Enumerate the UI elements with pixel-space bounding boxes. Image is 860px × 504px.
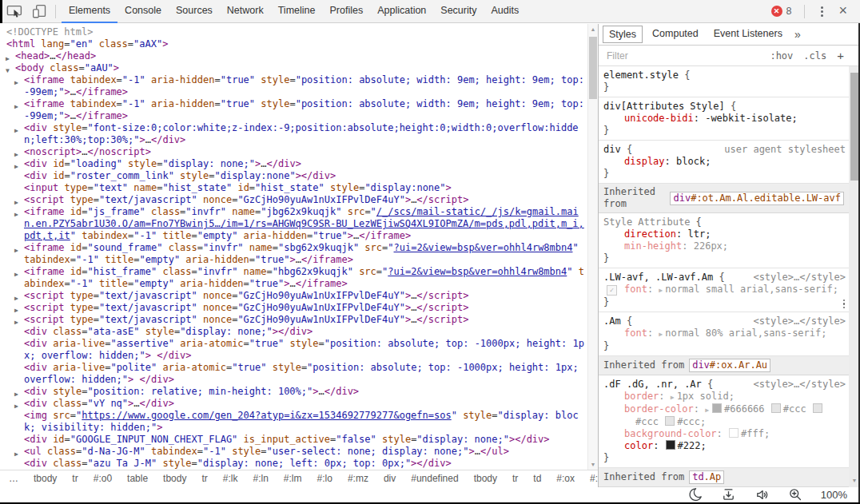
tab-console[interactable]: Console [117,0,169,23]
rule-selector[interactable]: .LW-avf, .LW-avf.Am { [603,272,725,283]
css-property[interactable]: border-color: ▶#666666 #ccc #ccc #ccc; [603,403,846,428]
dom-node-line[interactable]: <div aria-live="polite" aria-atomic="tru… [0,362,586,386]
more-options-icon[interactable] [810,6,834,17]
sidebar-tab-styles[interactable]: Styles [603,26,643,43]
breadcrumb-item[interactable]: tbody [158,471,191,486]
color-swatch-icon[interactable] [813,403,822,413]
tab-security[interactable]: Security [433,0,484,23]
attribute-link[interactable]: https://www.google.com/gen_204?atyp=i&zx… [82,410,451,421]
rule-selector[interactable]: element.style { [603,69,690,81]
scroll-up-icon[interactable]: ▲ [588,24,598,34]
dom-node-line[interactable]: ▶<iframe id="sound_frame" class="invfr" … [0,242,586,266]
rule-origin-link[interactable]: <style>…</style> [753,272,846,284]
tab-application[interactable]: Application [370,0,433,23]
rule-selector[interactable]: .Am { [603,315,632,327]
dom-node-line[interactable]: ▼<body class="aAU"> [0,62,586,74]
tab-audits[interactable]: Audits [484,0,526,23]
expand-arrow-icon[interactable]: ▶ [14,77,18,89]
dom-node-line[interactable]: <input type="text" name="hist_state" id=… [0,182,586,194]
expand-value-arrow-icon[interactable]: ▶ [659,331,663,338]
tab-profiles[interactable]: Profiles [322,0,370,23]
breadcrumb-item[interactable]: tr [197,471,212,486]
new-style-rule-button[interactable]: + [837,49,844,62]
rule-menu-icon[interactable] [843,300,846,309]
styles-filter-input[interactable] [605,50,770,62]
css-property[interactable]: font: ▶normal 80% arial,sans-serif; [603,327,846,340]
property-checkbox[interactable]: ✓ [607,285,617,296]
elements-scrollbar[interactable]: ▲ ▼ [587,24,598,470]
zoom-level[interactable]: 100% [821,489,847,501]
dom-node-line[interactable]: ▶<iframe tabindex="-1" aria-hidden="true… [0,98,586,122]
dom-node-line[interactable]: <div id="GOOGLE_INPUT_NON_CHEXT_FLAG" is… [0,434,586,446]
breadcrumb-item[interactable]: tbody [469,471,502,486]
night-mode-icon[interactable] [687,486,703,503]
dom-node-line[interactable]: ▶<div style="font-size:0;color:white;z-i… [0,122,586,146]
dom-node-line[interactable]: <div aria-live="assertive" aria-atomic="… [0,338,586,362]
dom-node-line[interactable]: <img src="https://www.google.com/gen_204… [0,410,586,434]
tab-sources[interactable]: Sources [169,0,220,23]
sidebar-tab-event-listeners[interactable]: Event Listeners [708,26,788,43]
dom-node-line[interactable]: ▶<script type="text/javascript" nonce="G… [0,302,586,314]
expand-arrow-icon[interactable]: ▶ [14,101,18,113]
css-property[interactable]: min-height: 226px; [603,240,846,252]
breadcrumb-item[interactable]: … [4,471,23,486]
tab-network[interactable]: Network [220,0,271,23]
more-tabs-icon[interactable]: » [792,28,803,41]
close-devtools-icon[interactable]: × [834,0,855,22]
dom-node-line[interactable]: ▶<div class="vY nq">…</div> [0,398,586,410]
color-swatch-icon[interactable] [712,403,722,413]
scrollbar-thumb[interactable] [589,37,597,99]
breadcrumb-item[interactable]: #:ot [585,471,598,486]
expand-arrow-icon[interactable]: ▶ [14,208,18,220]
breadcrumb-item[interactable]: #:o0 [89,471,117,486]
node-link[interactable]: td.Ap [689,470,724,484]
breadcrumb-item[interactable]: #:ln [248,471,273,486]
dom-node-line[interactable]: ▶<div id="loading" style="display: none;… [0,158,586,170]
expand-value-arrow-icon[interactable]: ▶ [671,394,675,401]
dom-node-line[interactable]: ▶<div style="position: relative; min-hei… [0,386,586,398]
dom-node-line[interactable]: ▶<head>…</head> [0,50,586,62]
expand-arrow-icon[interactable]: ▶ [14,268,18,280]
tab-elements[interactable]: Elements [62,0,117,23]
rule-selector[interactable]: .dF .dG, .nr, .Ar { [603,379,713,390]
breadcrumb-item[interactable]: tbody [29,471,62,486]
expand-arrow-icon[interactable]: ▶ [14,125,18,137]
breadcrumb-item[interactable]: #:mz [343,471,373,486]
expand-value-arrow-icon[interactable]: ▶ [659,287,663,294]
dom-node-line[interactable]: <!DOCTYPE html> [0,26,586,38]
rule-selector[interactable]: div[Attributes Style] { [603,101,736,112]
breadcrumb-item[interactable]: #undefined [406,471,463,486]
dom-node-line[interactable]: ▶<script type="text/javascript" nonce="G… [0,314,586,326]
css-property[interactable]: color: #222; [603,440,846,452]
device-toolbar-button[interactable] [29,1,50,22]
css-property[interactable]: ✓font: ▶normal small arial,sans-serif; [603,284,846,296]
save-download-icon[interactable] [720,486,737,503]
attribute-link[interactable]: ?ui=2&view=bsp&ver=ohhl4rw8mbn4 [394,242,573,253]
breadcrumb-item[interactable]: #:lk [218,471,243,486]
scroll-down-icon[interactable]: ▼ [588,459,598,470]
expand-arrow-icon[interactable]: ▶ [14,244,18,256]
css-property[interactable]: background-color: #fff; [603,428,846,440]
zoom-in-icon[interactable] [787,486,804,503]
scrollbar-thumb[interactable] [850,73,858,181]
node-link[interactable]: div#:ox.Ar.Au [689,359,770,372]
console-error-counter[interactable]: ✕ 8 [771,6,792,17]
attribute-link[interactable]: ?ui=2&view=bsp&ver=ohhl4rw8mbn4 [388,266,567,277]
breadcrumb-item[interactable]: #:lm [279,471,307,486]
rule-origin-link[interactable]: <style>…</style> [753,379,846,391]
dom-node-line[interactable]: <div class="ata-asE" style="display: non… [0,326,586,338]
dom-node-line[interactable]: ▶<iframe id="hist_frame" class="invfr" n… [0,266,586,290]
toggle-element-classes-button[interactable]: .cls [803,50,826,62]
color-swatch-icon[interactable] [665,416,675,426]
dom-node-line[interactable]: ▶<script type="text/javascript" nonce="G… [0,194,586,206]
rule-origin-link[interactable]: <style>…</style> [753,315,846,327]
color-swatch-icon[interactable] [666,440,675,450]
dom-node-line[interactable]: ▶<iframe id="js_frame" class="invfr" nam… [0,206,586,242]
breadcrumb-item[interactable]: tr [508,471,523,486]
color-swatch-icon[interactable] [729,428,739,438]
toggle-hover-state-button[interactable]: :hov [770,50,793,62]
breadcrumb-item[interactable]: #:ox [551,471,579,486]
sidebar-tab-computed[interactable]: Computed [647,26,704,43]
volume-icon[interactable] [754,486,770,503]
css-property[interactable]: direction: ltr; [603,228,846,240]
